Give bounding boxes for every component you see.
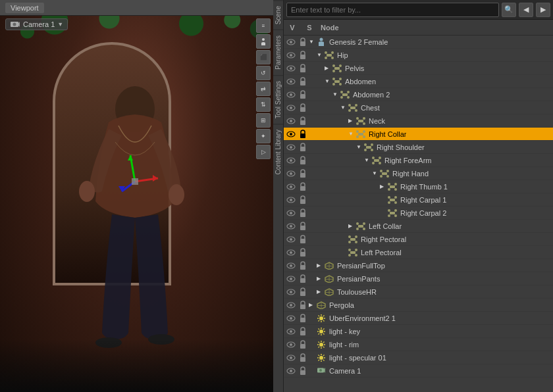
tree-row-genesis2[interactable]: ▼ Genesis 2 Female: [284, 36, 553, 49]
eye-icon-persianfulltop[interactable]: [285, 260, 297, 272]
back-button[interactable]: ◀: [519, 3, 533, 17]
eye-icon-rightforearm[interactable]: [285, 155, 297, 166]
lock-icon-leftpectoral[interactable]: [297, 247, 309, 258]
eye-icon-rightpectoral[interactable]: [285, 233, 297, 245]
forward-button[interactable]: ▶: [536, 3, 550, 17]
node-label-rightforearm: Right ForeArm: [384, 157, 432, 164]
tree-row-rightpectoral[interactable]: Right Pectoral: [284, 233, 553, 246]
tab-parameters[interactable]: Parameters: [273, 30, 283, 75]
viewport-tool-btn-3[interactable]: ⬛: [256, 50, 271, 64]
eye-icon-abdomen[interactable]: [285, 76, 297, 87]
lock-icon-hip[interactable]: [297, 49, 309, 61]
lock-icon-rightcollar[interactable]: [297, 128, 309, 140]
lock-icon-pergola[interactable]: [297, 299, 309, 311]
viewport-tool-btn-5[interactable]: ⇄: [256, 82, 271, 96]
lock-icon-lightkey[interactable]: [297, 326, 309, 337]
search-input[interactable]: [286, 3, 499, 17]
lock-icon-rightforearm[interactable]: [297, 155, 309, 166]
lock-icon-chest[interactable]: [297, 102, 309, 114]
viewport-bg[interactable]: Camera 1 ▼ ≡ ⬛ ↺ ⇄ ⇅ ⊞ ✦ ▷: [0, 16, 273, 392]
eye-icon-righthand[interactable]: [285, 168, 297, 180]
lock-icon-lightspecular[interactable]: [297, 352, 309, 364]
lock-icon-rightthumb1[interactable]: [297, 181, 309, 193]
tab-tool-settings[interactable]: Tool Settings: [273, 75, 283, 124]
tree-row-toulousehr[interactable]: ▶ ToulouseHR: [284, 285, 553, 299]
tree-row-neck[interactable]: ▶ Neck: [284, 114, 553, 128]
tree-row-uberenvironment[interactable]: UberEnvironment2 1: [284, 312, 553, 325]
eye-icon-lightkey[interactable]: [285, 326, 297, 337]
viewport-tool-btn-9[interactable]: ▷: [256, 145, 271, 159]
viewport-tool-btn-2[interactable]: [256, 34, 271, 49]
tree-row-rightthumb1[interactable]: ▶ Right Thumb 1: [284, 180, 553, 193]
tree-row-lightrim[interactable]: light - rim: [284, 338, 553, 351]
tree-row-pelvis[interactable]: ▶ Pelvis: [284, 62, 553, 75]
camera-dropdown-arrow[interactable]: ▼: [57, 21, 63, 28]
viewport-tool-btn-8[interactable]: ✦: [256, 129, 271, 143]
lock-icon-righthand[interactable]: [297, 168, 309, 180]
lock-icon-leftcollar[interactable]: [297, 220, 309, 232]
lock-icon-abdomen2[interactable]: [297, 89, 309, 101]
eye-icon-abdomen2[interactable]: [285, 89, 297, 101]
eye-icon-leftpectoral[interactable]: [285, 247, 297, 258]
lock-icon-rightcarpal2[interactable]: [297, 207, 309, 219]
tab-content-library[interactable]: Content Library: [273, 124, 283, 180]
eye-icon-camera1[interactable]: [285, 365, 297, 377]
eye-icon-rightcarpal2[interactable]: [285, 207, 297, 219]
tree-row-pergola[interactable]: ▶ Pergola: [284, 299, 553, 312]
eye-icon-rightcollar[interactable]: [285, 128, 297, 140]
tree-row-abdomen[interactable]: ▼ Abdomen: [284, 75, 553, 88]
tree-row-righthand[interactable]: ▼ Right Hand: [284, 167, 553, 180]
tree-row-abdomen2[interactable]: ▼ Abdomen 2: [284, 88, 553, 101]
lock-icon-neck[interactable]: [297, 115, 309, 127]
eye-icon-genesis2[interactable]: [285, 36, 297, 48]
viewport-tool-btn-7[interactable]: ⊞: [256, 113, 271, 128]
node-icon-rightshoulder: [364, 143, 373, 151]
lock-icon-persianfulltop[interactable]: [297, 260, 309, 272]
tab-scene[interactable]: Scene: [273, 0, 283, 30]
lock-icon-toulousehr[interactable]: [297, 286, 309, 298]
eye-icon-uberenvironment[interactable]: [285, 312, 297, 324]
tree-row-leftpectoral[interactable]: Left Pectoral: [284, 246, 553, 259]
eye-icon-rightcarpal1[interactable]: [285, 194, 297, 206]
lock-icon-rightshoulder[interactable]: [297, 141, 309, 153]
viewport-tool-btn-6[interactable]: ⇅: [256, 97, 271, 112]
eye-icon-pergola[interactable]: [285, 299, 297, 311]
viewport-tool-btn-4[interactable]: ↺: [256, 66, 271, 80]
tree-row-chest[interactable]: ▼ Chest: [284, 101, 553, 114]
tree-row-persianfulltop[interactable]: ▶ PersianFullTop: [284, 259, 553, 272]
eye-icon-rightthumb1[interactable]: [285, 181, 297, 193]
lock-icon-pelvis[interactable]: [297, 62, 309, 74]
eye-icon-persianpants[interactable]: [285, 273, 297, 285]
lock-icon-persianpants[interactable]: [297, 273, 309, 285]
svg-rect-86: [300, 160, 305, 164]
lock-icon-genesis2[interactable]: [297, 36, 309, 48]
eye-icon-leftcollar[interactable]: [285, 220, 297, 232]
lock-icon-camera1[interactable]: [297, 365, 309, 377]
tree-row-rightcarpal2[interactable]: Right Carpal 2: [284, 207, 553, 220]
tree-row-camera1[interactable]: Camera 1: [284, 364, 553, 378]
lock-icon-rightpectoral[interactable]: [297, 233, 309, 245]
tree-row-rightcollar[interactable]: ▼ Right Collar: [284, 128, 553, 141]
lock-icon-lightrim[interactable]: [297, 339, 309, 351]
tree-row-hip[interactable]: ▼ Hip: [284, 49, 553, 62]
eye-icon-chest[interactable]: [285, 102, 297, 114]
tree-row-rightcarpal1[interactable]: Right Carpal 1: [284, 193, 553, 207]
search-button[interactable]: 🔍: [502, 3, 516, 17]
tree-row-rightshoulder[interactable]: ▼ Right Shoulder: [284, 141, 553, 154]
lock-icon-rightcarpal1[interactable]: [297, 194, 309, 206]
tree-row-persianpants[interactable]: ▶ PersianPants: [284, 272, 553, 285]
tree-row-rightforearm[interactable]: ▼ Right ForeArm: [284, 154, 553, 167]
eye-icon-pelvis[interactable]: [285, 62, 297, 74]
eye-icon-toulousehr[interactable]: [285, 286, 297, 298]
lock-icon-abdomen[interactable]: [297, 76, 309, 87]
tree-row-lightkey[interactable]: light - key: [284, 325, 553, 338]
eye-icon-hip[interactable]: [285, 49, 297, 61]
tree-row-lightspecular[interactable]: light - specular 01: [284, 351, 553, 364]
tree-row-leftcollar[interactable]: ▶ Left Collar: [284, 220, 553, 233]
eye-icon-lightspecular[interactable]: [285, 352, 297, 364]
lock-icon-uberenvironment[interactable]: [297, 312, 309, 324]
eye-icon-lightrim[interactable]: [285, 339, 297, 351]
eye-icon-rightshoulder[interactable]: [285, 141, 297, 153]
eye-icon-neck[interactable]: [285, 115, 297, 127]
viewport-tool-btn-1[interactable]: ≡: [256, 18, 271, 33]
